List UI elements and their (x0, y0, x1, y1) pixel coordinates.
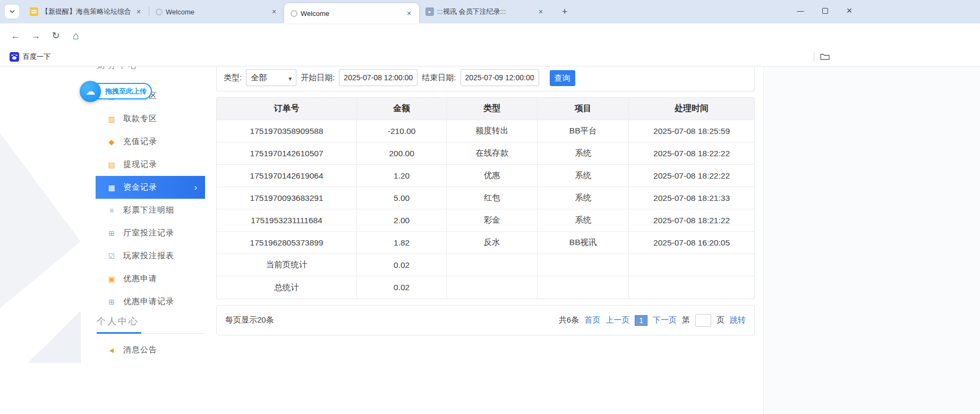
close-tab-icon[interactable]: × (404, 9, 414, 18)
close-window-button[interactable] (837, 0, 862, 21)
sidebar-item-announcements[interactable]: 消息公告 (96, 339, 205, 361)
start-date-input[interactable] (339, 69, 417, 86)
total-count: 共6条 (559, 315, 579, 325)
tab-title: :::视讯 会员下注纪录::: (437, 7, 533, 16)
sidebar-item-label: 资金记录 (123, 182, 157, 192)
filter-bar: 类型: 全部 开始日期: 结束日期: 查询 (216, 66, 755, 91)
cell-time: 2025-07-08 16:20:05 (629, 232, 754, 254)
main-content: 类型: 全部 开始日期: 结束日期: 查询 订单号 金额 类型 项目 处理时 (216, 66, 755, 414)
cell-order-no: 1751970093683291 (217, 187, 357, 209)
jump-prefix: 第 (682, 315, 690, 325)
browser-window: 【新提醒】海燕策略论坛综合交 × Welcome × Welcome × :::… (0, 0, 980, 414)
cell-order-no: 1751970142619064 (217, 165, 357, 187)
sidebar-bottom: 消息公告 (96, 339, 205, 361)
jump-page-input[interactable] (695, 314, 711, 327)
cell-project: 系统 (538, 142, 629, 164)
cell-empty (447, 276, 538, 299)
cell-project: 系统 (538, 165, 629, 187)
cell-order-no: 1751970358909588 (217, 120, 357, 142)
cell-empty (447, 254, 538, 276)
search-button[interactable]: 查询 (550, 70, 575, 86)
close-tab-icon[interactable]: × (269, 7, 279, 16)
cloud-upload-circle (80, 81, 101, 102)
tab-list: 【新提醒】海燕策略论坛综合交 × Welcome × Welcome × :::… (23, 0, 572, 23)
sidebar-item-lottery-bet-details[interactable]: 彩票下注明细 (96, 199, 205, 222)
sidebar-item-label: 玩家投注报表 (123, 251, 174, 261)
bookmarks-folder-icon[interactable] (820, 53, 830, 62)
bookmark-separator (814, 52, 814, 62)
forum-favicon-icon (30, 7, 38, 16)
jump-button[interactable]: 跳转 (730, 315, 746, 325)
maximize-button[interactable] (813, 0, 837, 21)
section-divider-accent (97, 332, 141, 334)
tab-forum[interactable]: 【新提醒】海燕策略论坛综合交 × (23, 0, 149, 23)
next-page-link[interactable]: 下一页 (653, 315, 677, 325)
sidebar-item-hall-bet-records[interactable]: 厅室投注记录 (96, 222, 205, 244)
tab-search-button[interactable] (5, 5, 19, 19)
tab-title: Welcome (166, 8, 266, 16)
sidebar-item-fund-records[interactable]: 资金记录 (96, 176, 205, 199)
sidebar-item-promo-apply[interactable]: 优惠申请 (96, 267, 205, 290)
type-select-value: 全部 (251, 73, 267, 83)
table-row: 1751970093683291 5.00 红包 系统 2025-07-08 1… (217, 187, 754, 209)
sidebar-item-label: 充值记录 (123, 137, 157, 147)
drag-upload-badge[interactable]: 拖拽至此上传 (80, 81, 154, 102)
cell-type: 红包 (447, 187, 538, 209)
forward-button[interactable] (27, 27, 45, 44)
cell-empty (538, 276, 629, 299)
reload-button[interactable] (47, 27, 65, 44)
cell-project: BB平台 (538, 120, 629, 142)
end-date-input[interactable] (461, 69, 539, 86)
personal-center-header: 个人中心 (96, 315, 205, 327)
first-page-link[interactable]: 首页 (584, 315, 600, 325)
sidebar-item-label: 彩票下注明细 (123, 205, 174, 215)
close-tab-icon[interactable]: × (134, 7, 143, 16)
baidu-favicon-icon (10, 52, 19, 62)
bookmark-baidu[interactable]: 百度一下 (5, 50, 55, 64)
type-select[interactable]: 全部 (246, 69, 296, 86)
lottery-detail-icon (107, 206, 116, 215)
sidebar-item-label: 提现记录 (123, 159, 157, 170)
decorative-triangle (0, 133, 81, 308)
back-button[interactable] (6, 27, 24, 44)
table-row: 1751962805373899 1.82 反水 BB视讯 2025-07-08… (217, 232, 754, 254)
cell-project: 系统 (538, 209, 629, 231)
tab-title: 【新提醒】海燕策略论坛综合交 (41, 7, 131, 16)
chevron-down-icon (288, 73, 292, 82)
tab-video-records[interactable]: :::视讯 会员下注纪录::: × (419, 0, 551, 23)
minimize-button[interactable] (788, 0, 813, 21)
new-tab-button[interactable] (557, 4, 572, 19)
cell-project: BB视讯 (538, 232, 629, 254)
cell-type: 反水 (447, 232, 538, 254)
sidebar-item-player-bet-report[interactable]: 玩家投注报表 (96, 244, 205, 267)
chevron-right-icon (194, 183, 198, 192)
promo-record-icon (107, 298, 116, 306)
sidebar-item-withdraw-zone[interactable]: 取款专区 (96, 107, 205, 130)
cell-type: 彩金 (447, 209, 538, 231)
home-button[interactable] (67, 27, 85, 44)
cell-order-no: 1751970142610507 (217, 142, 357, 164)
tab-strip: 【新提醒】海燕策略论坛综合交 × Welcome × Welcome × :::… (0, 0, 980, 23)
tab-welcome-1[interactable]: Welcome × (149, 0, 284, 23)
pagination-footer: 每页显示20条 共6条 首页 上一页 1 下一页 第 页 跳转 (216, 305, 755, 335)
cell-amount: -210.00 (357, 120, 447, 142)
cell-type: 额度转出 (447, 120, 538, 142)
promo-apply-icon (107, 275, 116, 283)
cell-order-no: 1751953231111684 (217, 209, 357, 231)
records-table: 订单号 金额 类型 项目 处理时间 1751970358909588 -210.… (216, 97, 755, 299)
sidebar-item-cashout-records[interactable]: 提现记录 (96, 153, 205, 176)
tab-title: Welcome (301, 10, 401, 18)
sidebar-item-promo-records[interactable]: 优惠申请记录 (96, 290, 205, 313)
table-row: 1751953231111684 2.00 彩金 系统 2025-07-08 1… (217, 209, 754, 232)
sidebar-section-personal: 个人中心 (96, 315, 205, 334)
sidebar-item-recharge-records[interactable]: 充值记录 (96, 130, 205, 153)
table-row: 1751970142619064 1.20 优惠 系统 2025-07-08 1… (217, 165, 754, 187)
close-tab-icon[interactable]: × (536, 7, 546, 16)
jump-suffix: 页 (717, 315, 725, 325)
tab-welcome-active[interactable]: Welcome × (284, 3, 419, 23)
cell-project: 系统 (538, 187, 629, 209)
section-divider (96, 332, 205, 334)
prev-page-link[interactable]: 上一页 (606, 315, 629, 325)
cell-empty (629, 254, 754, 276)
cell-summary-label: 当前页统计 (217, 254, 357, 276)
